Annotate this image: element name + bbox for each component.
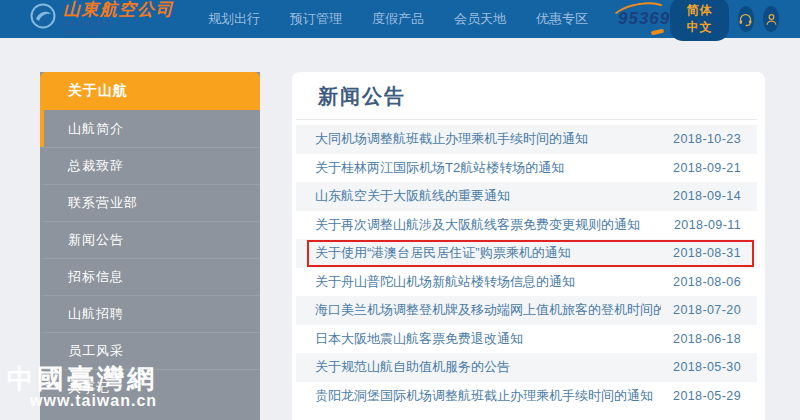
airline-name-en: SHANDONG AIRLINES [63,20,174,36]
news-date: 2018-05-30 [673,360,741,374]
news-row[interactable]: 关于使用“港澳台居民居住证”购票乘机的通知2018-08-31 [296,239,757,268]
sidebar-item[interactable]: 联系营业部 [40,184,260,221]
nav-item[interactable]: 优惠专区 [536,10,588,28]
headset-icon [738,12,753,27]
news-title-link[interactable]: 山东航空关于大阪航线的重要通知 [315,187,510,205]
news-title-link[interactable]: 关于规范山航自助值机服务的公告 [315,358,510,376]
sidebar-item[interactable]: 山航招聘 [40,295,260,332]
sidebar-item[interactable]: 大事记 [40,369,260,406]
language-button[interactable]: 简体中文 [670,0,729,41]
nav-item[interactable]: 预订管理 [290,10,342,28]
account-button[interactable] [763,6,779,32]
sidebar: 关于山航 山航简介总裁致辞联系营业部新闻公告招标信息山航招聘员工风采大事记 [40,72,260,420]
news-title-link[interactable]: 贵阳龙洞堡国际机场调整航班截止办理乘机手续时间的通知 [315,387,653,405]
sidebar-item[interactable]: 总裁致辞 [40,147,260,184]
news-date: 2018-07-20 [673,303,741,317]
news-row[interactable]: 大同机场调整航班截止办理乘机手续时间的通知2018-10-23 [296,125,757,154]
nav-item[interactable]: 会员天地 [454,10,506,28]
sidebar-item[interactable]: 员工风采 [40,332,260,369]
news-title-link[interactable]: 关于使用“港澳台居民居住证”购票乘机的通知 [315,244,571,262]
sidebar-title[interactable]: 关于山航 [40,72,260,110]
nav-item[interactable]: 规划出行 [208,10,260,28]
news-row[interactable]: 日本大阪地震山航客票免费退改通知2018-06-18 [296,325,757,354]
customer-service-button[interactable] [738,6,754,32]
news-date: 2018-08-31 [673,246,741,260]
user-icon [764,12,779,27]
news-row[interactable]: 海口美兰机场调整登机牌及移动端网上值机旅客的登机时间的通知2018-07-20 [296,296,757,325]
news-title-link[interactable]: 关于再次调整山航涉及大阪航线客票免费变更规则的通知 [315,216,640,234]
news-panel: 新闻公告 大同机场调整航班截止办理乘机手续时间的通知2018-10-23关于桂林… [292,72,765,420]
top-nav-bar: 山東航空公司 SHANDONG AIRLINES 规划出行预订管理度假产品会员天… [0,0,800,38]
news-row[interactable]: 关于桂林两江国际机场T2航站楼转场的通知2018-09-21 [296,154,757,183]
news-date: 2018-09-11 [674,218,741,232]
airline-logo-text: 山東航空公司 SHANDONG AIRLINES [63,1,174,36]
news-title-link[interactable]: 日本大阪地震山航客票免费退改通知 [315,330,523,348]
news-row[interactable]: 关于规范山航自助值机服务的公告2018-05-30 [296,353,757,382]
airline-logo-icon [30,3,56,29]
title-divider [296,119,757,120]
news-row[interactable]: 关于再次调整山航涉及大阪航线客票免费变更规则的通知2018-09-11 [296,211,757,240]
airline-name-cn: 山東航空公司 [63,1,174,18]
topbar-right-controls: 简体中文 [670,0,779,41]
news-row[interactable]: 贵阳龙洞堡国际机场调整航班截止办理乘机手续时间的通知2018-05-29 [296,382,757,411]
sidebar-item[interactable]: 山航简介 [40,110,260,147]
news-date: 2018-10-23 [673,132,741,146]
page-title: 新闻公告 [318,84,757,108]
news-row[interactable]: 山东航空关于大阪航线的重要通知2018-09-14 [296,182,757,211]
news-date: 2018-09-21 [673,161,741,175]
main-nav: 规划出行预订管理度假产品会员天地优惠专区 [208,10,588,28]
news-title-link[interactable]: 大同机场调整航班截止办理乘机手续时间的通知 [315,130,588,148]
news-list: 大同机场调整航班截止办理乘机手续时间的通知2018-10-23关于桂林两江国际机… [296,125,757,410]
news-title-link[interactable]: 海口美兰机场调整登机牌及移动端网上值机旅客的登机时间的通知 [315,301,661,319]
news-title-link[interactable]: 关于舟山普陀山机场新航站楼转场信息的通知 [315,273,575,291]
news-date: 2018-06-18 [673,332,741,346]
news-date: 2018-09-14 [673,189,741,203]
nav-item[interactable]: 度假产品 [372,10,424,28]
news-date: 2018-05-29 [673,389,741,403]
hotline-95369[interactable]: 95369 [618,9,670,29]
airline-logo[interactable]: 山東航空公司 SHANDONG AIRLINES [30,1,174,36]
news-row[interactable]: 关于舟山普陀山机场新航站楼转场信息的通知2018-08-06 [296,268,757,297]
news-title-link[interactable]: 关于桂林两江国际机场T2航站楼转场的通知 [315,159,564,177]
sidebar-item[interactable]: 招标信息 [40,258,260,295]
sidebar-menu: 山航简介总裁致辞联系营业部新闻公告招标信息山航招聘员工风采大事记 [40,110,260,406]
sidebar-item[interactable]: 新闻公告 [40,221,260,258]
news-date: 2018-08-06 [673,275,741,289]
